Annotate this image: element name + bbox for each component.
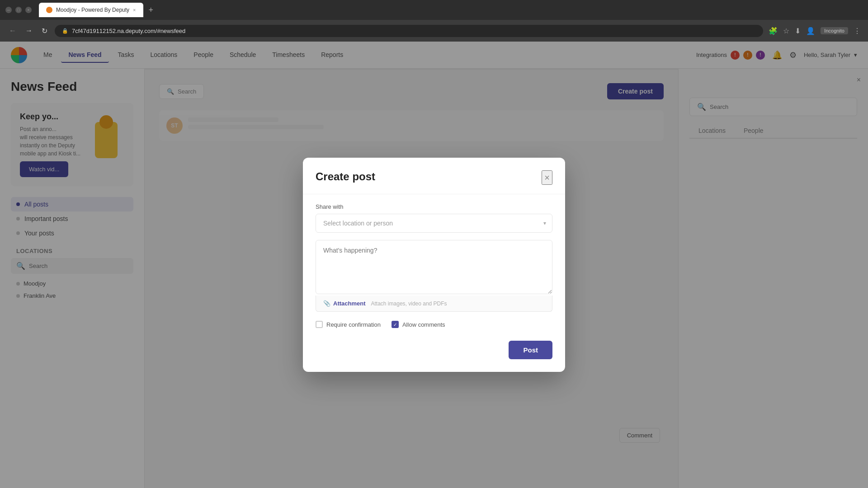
tab-close-icon[interactable]: ×	[133, 7, 136, 13]
post-content-wrap: 📎 Attachment Attach images, video and PD…	[316, 240, 552, 312]
app-wrapper: Me News Feed Tasks Locations People Sche…	[0, 42, 868, 488]
refresh-button[interactable]: ↻	[40, 25, 49, 37]
minimize-btn[interactable]: ─	[5, 7, 12, 13]
back-button[interactable]: ←	[7, 25, 18, 37]
extensions-icon[interactable]: 🧩	[769, 27, 778, 35]
profile-icon[interactable]: 👤	[806, 27, 815, 35]
post-submit-button[interactable]: Post	[509, 341, 552, 359]
menu-icon[interactable]: ⋮	[854, 27, 861, 35]
lock-icon: 🔒	[62, 28, 68, 34]
url-bar[interactable]: 🔒 7cf47d19112152.na.deputy.com/#newsfeed	[55, 25, 763, 37]
modal-title: Create post	[316, 170, 375, 183]
forward-button[interactable]: →	[24, 25, 34, 37]
require-confirmation-label: Require confirmation	[326, 321, 381, 328]
require-confirmation-wrap[interactable]: Require confirmation	[316, 321, 381, 328]
attachment-button[interactable]: 📎 Attachment	[323, 300, 366, 307]
post-textarea[interactable]	[316, 240, 552, 294]
tab-title: Moodjoy - Powered By Deputy	[56, 7, 129, 13]
paperclip-icon: 📎	[323, 300, 330, 307]
tab-favicon	[46, 7, 52, 13]
modal-options: Require confirmation ✓ Allow comments	[316, 321, 552, 328]
modal-header: Create post ×	[303, 158, 565, 194]
attachment-hint: Attach images, video and PDFs	[371, 300, 447, 307]
modal-overlay[interactable]: Create post × Share with Select location…	[0, 42, 868, 488]
browser-actions: 🧩 ☆ ⬇ 👤 Incognito ⋮	[769, 27, 861, 35]
bookmark-icon[interactable]: ☆	[783, 27, 789, 35]
tab-bar: Moodjoy - Powered By Deputy × +	[39, 3, 157, 17]
location-select-wrap: Select location or person ▾	[316, 214, 552, 233]
modal-close-button[interactable]: ×	[542, 170, 552, 185]
window-controls: ─ □ ×	[5, 7, 32, 13]
address-bar: ← → ↻ 🔒 7cf47d19112152.na.deputy.com/#ne…	[0, 20, 868, 42]
active-tab[interactable]: Moodjoy - Powered By Deputy ×	[39, 3, 143, 17]
modal-footer: Post	[316, 337, 552, 359]
modal-body: Share with Select location or person ▾ 📎…	[303, 194, 565, 372]
maximize-btn[interactable]: □	[15, 7, 22, 13]
share-with-label: Share with	[316, 203, 552, 210]
allow-comments-label: Allow comments	[402, 321, 445, 328]
browser-chrome: ─ □ × Moodjoy - Powered By Deputy × + ← …	[0, 0, 868, 42]
location-person-select[interactable]: Select location or person	[316, 214, 552, 233]
attachment-label: Attachment	[333, 300, 366, 307]
create-post-modal: Create post × Share with Select location…	[303, 158, 565, 372]
url-text: 7cf47d19112152.na.deputy.com/#newsfeed	[72, 28, 185, 34]
close-btn[interactable]: ×	[25, 7, 32, 13]
allow-comments-wrap[interactable]: ✓ Allow comments	[392, 321, 445, 328]
download-icon[interactable]: ⬇	[795, 27, 801, 35]
require-confirmation-checkbox[interactable]	[316, 321, 323, 328]
incognito-badge: Incognito	[821, 27, 848, 34]
new-tab-button[interactable]: +	[145, 4, 157, 17]
allow-comments-checkbox[interactable]: ✓	[392, 321, 399, 328]
attachment-bar: 📎 Attachment Attach images, video and PD…	[316, 296, 552, 312]
